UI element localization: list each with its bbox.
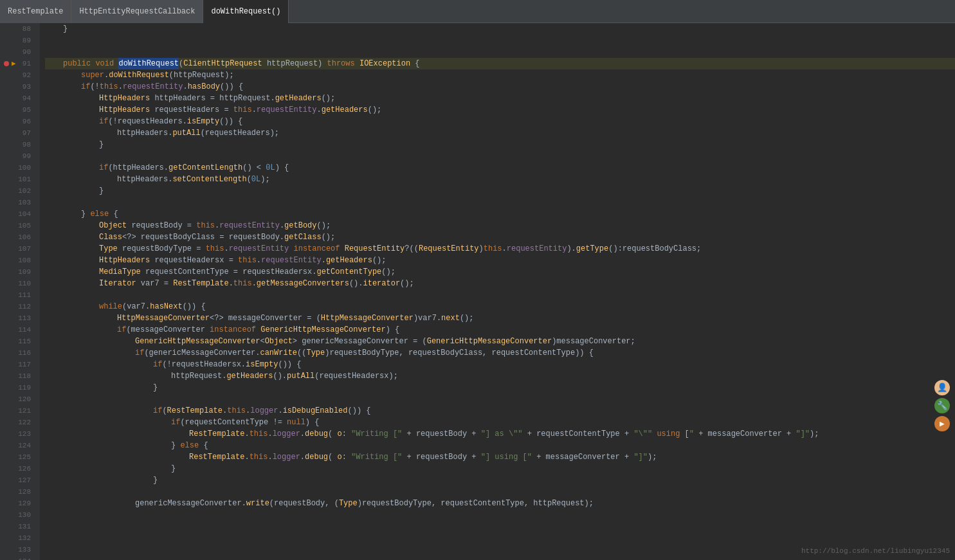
code-line-99 [45, 150, 955, 162]
code-line-114: if (messageConverter instanceof GenericH… [45, 324, 955, 336]
code-line-96: if (!requestHeaders. isEmpty ()) { [45, 116, 955, 127]
code-line-97: httpHeaders. putAll (requestHeaders); [45, 127, 955, 139]
icon-user[interactable]: 👤 [934, 380, 950, 395]
code-line-103 [45, 197, 955, 208]
code-line-94: HttpHeaders httpHeaders = httpRequest. g… [45, 93, 955, 104]
code-line-116: if (genericMessageConverter. canWrite ((… [45, 347, 955, 359]
code-line-123: RestTemplate . this . logger . debug ( o… [45, 428, 955, 440]
code-line-109: MediaType requestContentType = requestHe… [45, 266, 955, 278]
code-line-117: if (!requestHeadersx. isEmpty ()) { [45, 359, 955, 370]
code-line-128 [45, 486, 955, 498]
code-line-118: httpRequest. getHeaders (). putAll (requ… [45, 370, 955, 382]
code-line-102: } [45, 185, 955, 197]
code-line-104: } else { [45, 208, 955, 220]
code-line-89 [45, 35, 955, 46]
code-line-124: } else { [45, 440, 955, 451]
code-line-115: GenericHttpMessageConverter < Object > g… [45, 336, 955, 347]
code-line-126: } [45, 463, 955, 474]
line-numbers: 88 89 90 ▶ 91 92 93 94 95 96 97 98 99 10… [0, 23, 40, 560]
code-line-113: HttpMessageConverter <?> messageConverte… [45, 312, 955, 324]
code-line-127: } [45, 474, 955, 486]
code-line-105: Object requestBody = this . requestEntit… [45, 220, 955, 231]
code-line-92: super . doWithRequest (httpRequest); [45, 69, 955, 81]
code-line-88: } [45, 23, 955, 35]
code-line-107: Type requestBodyType = this . requestEnt… [45, 243, 955, 255]
code-line-108: HttpHeaders requestHeadersx = this . req… [45, 255, 955, 266]
code-line-93: if (! this . requestEntity . hasBody ())… [45, 81, 955, 93]
code-line-111 [45, 289, 955, 301]
tab-rest-template[interactable]: RestTemplate [0, 0, 71, 23]
icon-green[interactable]: 🔧 [934, 398, 950, 413]
code-line-90 [45, 46, 955, 58]
code-line-106: Class <?> requestBodyClass = requestBody… [45, 231, 955, 243]
tab-do-with-request[interactable]: doWithRequest() [203, 0, 289, 23]
code-line-122: if (requestContentType != null ) { [45, 417, 955, 428]
tab-http-entity[interactable]: HttpEntityRequestCallback [71, 0, 203, 23]
code-line-129: genericMessageConverter. write (requestB… [45, 498, 955, 509]
code-line-120 [45, 393, 955, 405]
code-line-125: RestTemplate . this . logger . debug ( o… [45, 451, 955, 463]
code-line-112: while (var7. hasNext ()) { [45, 301, 955, 312]
code-line-110: Iterator var7 = RestTemplate . this . ge… [45, 278, 955, 289]
code-line-95: HttpHeaders requestHeaders = this . requ… [45, 104, 955, 116]
code-line-98: } [45, 139, 955, 150]
code-area[interactable]: } public void doWithRequest ( ClientHttp… [40, 23, 955, 560]
code-line-121: if ( RestTemplate . this . logger . isDe… [45, 405, 955, 417]
top-bar: RestTemplate HttpEntityRequestCallback d… [0, 0, 955, 23]
code-line-101: httpHeaders. setContentLength ( 0L ); [45, 174, 955, 185]
code-line-91: public void doWithRequest ( ClientHttpRe… [45, 58, 955, 69]
icon-orange[interactable]: ▶ [934, 416, 950, 431]
code-line-119: } [45, 382, 955, 393]
right-icons-panel: 👤 🔧 ▶ [934, 380, 950, 431]
url-bar: http://blog.csdn.net/liubingyu12345 [801, 547, 950, 555]
code-line-100: if (httpHeaders. getContentLength () < 0… [45, 162, 955, 174]
